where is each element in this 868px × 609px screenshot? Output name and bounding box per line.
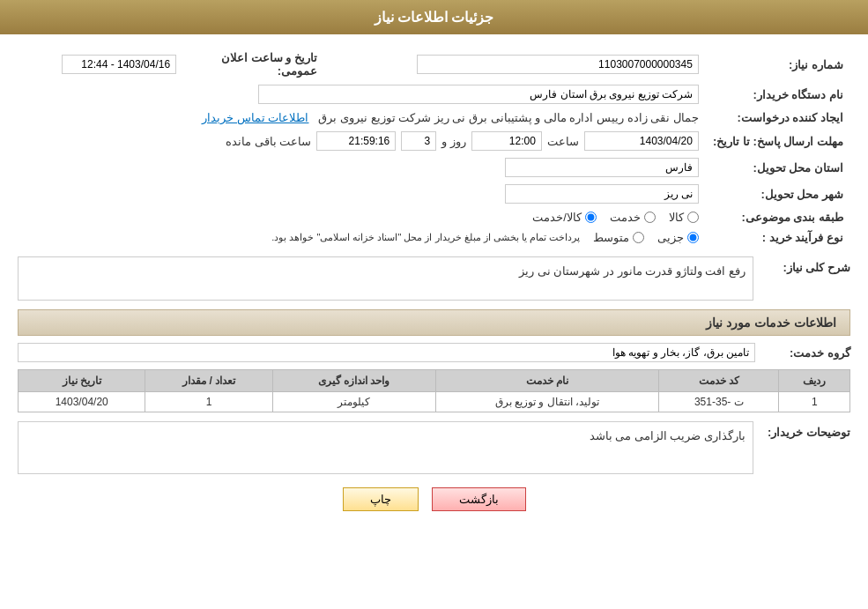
cell-nam: تولید، انتقال و توزیع برق [435, 392, 659, 412]
footer-buttons: بازگشت چاپ [18, 487, 850, 529]
khadamat-section-header: اطلاعات خدمات مورد نیاز [18, 309, 850, 336]
saat-input[interactable] [471, 131, 542, 151]
shahr-input[interactable] [505, 184, 699, 204]
table-row: 1 ت -35-351 تولید، انتقال و توزیع برق کی… [19, 392, 850, 412]
jezvi-label: جزیی [657, 231, 684, 244]
noe-farayand-label: نوع فرآیند خرید : [706, 227, 850, 248]
nam-dastgah-label: نام دستگاه خریدار: [706, 81, 850, 108]
col-radif: ردیف [779, 370, 850, 392]
kala-label: کالا [669, 211, 684, 224]
tabaqebandi-label: طبقه بندی موضوعی: [706, 207, 850, 227]
radio-kala[interactable]: کالا [669, 211, 699, 224]
sharh-box: رفع افت ولتاژو قدرت مانور در شهرستان نی … [18, 256, 753, 301]
grohe-khadamat-input[interactable] [18, 343, 755, 362]
saat-label: ساعت [547, 135, 579, 148]
mohlat-date-input[interactable] [584, 131, 699, 151]
baghimande-input[interactable] [316, 131, 396, 151]
page-header: جزئیات اطلاعات نیاز [0, 0, 868, 34]
cell-radif: 1 [779, 392, 850, 412]
shomare-niaz-input[interactable] [417, 55, 699, 74]
ijad-konande-text: جمال نقی زاده رییس اداره مالی و پشتیبانی… [318, 111, 699, 124]
radio-motevaset[interactable]: متوسط [593, 231, 644, 244]
ettelaat-tamas-link[interactable]: اطلاعات تماس خریدار [202, 111, 308, 124]
rooz-label: روز و [441, 135, 466, 148]
radio-jezvi[interactable]: جزیی [657, 231, 699, 244]
col-tarikh: تاریخ نیاز [19, 370, 145, 392]
tarikh-label: تاریخ و ساعت اعلان عمومی: [183, 48, 324, 81]
mohlat-label: مهلت ارسال پاسخ: تا تاریخ: [706, 128, 850, 154]
services-table: ردیف کد خدمت نام خدمت واحد اندازه گیری ت… [18, 369, 850, 412]
main-info-table: شماره نیاز: تاریخ و ساعت اعلان عمومی: نا… [18, 48, 850, 248]
grohe-khadamat-label: گروه خدمت: [762, 346, 850, 360]
tarikh-input[interactable] [62, 55, 176, 74]
kala-khadamat-label: کالا/خدمت [532, 211, 582, 224]
baghimande-label: ساعت باقی مانده [226, 135, 311, 148]
rooz-input[interactable] [401, 131, 436, 151]
cell-kod: ت -35-351 [659, 392, 779, 412]
shahr-label: شهر محل تحویل: [706, 181, 850, 207]
motevaset-label: متوسط [593, 231, 629, 244]
print-button[interactable]: چاپ [343, 487, 419, 511]
col-tedad: تعداد / مقدار [145, 370, 272, 392]
ostan-input[interactable] [505, 158, 699, 177]
col-nam: نام خدمت [435, 370, 659, 392]
tozihat-label: توضیحات خریدار: [762, 421, 850, 439]
col-vahed: واحد اندازه گیری [272, 370, 435, 392]
col-kod: کد خدمت [659, 370, 779, 392]
back-button[interactable]: بازگشت [432, 487, 526, 511]
grohe-khadamat-row: گروه خدمت: [18, 343, 850, 362]
tozihat-box: بارگذاری ضریب الزامی می باشد [18, 421, 753, 474]
farayand-desc: پرداخت تمام یا بخشی از مبلغ خریدار از مح… [271, 232, 580, 243]
radio-khadamat[interactable]: خدمت [610, 211, 656, 224]
ijad-konande-label: ایجاد کننده درخواست: [706, 108, 850, 128]
khadamat-label: خدمت [610, 211, 641, 224]
nam-dastgah-input[interactable] [258, 85, 699, 104]
radio-kala-khadamat[interactable]: کالا/خدمت [532, 211, 597, 224]
sharh-value: رفع افت ولتاژو قدرت مانور در شهرستان نی … [519, 264, 746, 278]
cell-vahed: کیلومتر [272, 392, 435, 412]
page-title: جزئیات اطلاعات نیاز [375, 10, 494, 25]
cell-tarikh: 1403/04/20 [19, 392, 145, 412]
cell-tedad: 1 [145, 392, 272, 412]
shomare-niaz-label: شماره نیاز: [706, 48, 850, 81]
ostan-label: استان محل تحویل: [706, 154, 850, 181]
tozihat-value: بارگذاری ضریب الزامی می باشد [590, 429, 746, 442]
sharh-label: شرح کلی نیاز: [762, 256, 850, 274]
